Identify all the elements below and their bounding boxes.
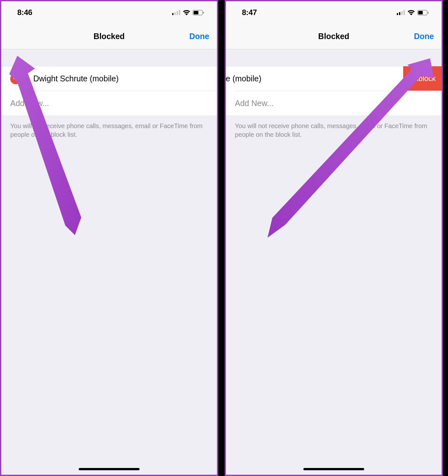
status-icons-group (172, 10, 204, 15)
page-title: Blocked (93, 32, 124, 41)
add-new-label: Add New... (10, 99, 49, 108)
section-spacer (1, 49, 217, 66)
nav-bar: Blocked Done (226, 24, 442, 49)
svg-rect-0 (172, 13, 173, 15)
battery-icon (417, 10, 429, 15)
blocked-list: wight Schrute (mobile) Unblock Add New..… (226, 66, 442, 116)
blocked-list: Dwight Schrute (mobile) Add New... (1, 66, 217, 116)
wifi-icon (407, 10, 415, 15)
blocked-contact-row[interactable]: wight Schrute (mobile) Unblock (226, 66, 442, 91)
status-bar: 8:47 (226, 1, 442, 24)
cellular-icon (397, 10, 405, 15)
svg-rect-11 (404, 10, 405, 15)
nav-bar: Blocked Done (1, 24, 217, 49)
contact-name: wight Schrute (mobile) (225, 74, 261, 83)
home-indicator[interactable] (79, 468, 140, 470)
section-spacer (226, 49, 442, 66)
svg-rect-6 (203, 12, 204, 13)
delete-icon[interactable] (10, 73, 21, 84)
svg-rect-10 (401, 11, 403, 15)
page-title: Blocked (318, 32, 349, 41)
wifi-icon (183, 10, 190, 15)
home-indicator[interactable] (303, 468, 364, 470)
cellular-icon (172, 10, 180, 15)
contact-name: Dwight Schrute (mobile) (33, 74, 119, 83)
svg-rect-2 (177, 11, 178, 15)
status-time: 8:47 (242, 8, 257, 17)
svg-rect-14 (428, 12, 429, 13)
svg-rect-1 (174, 12, 176, 15)
svg-rect-8 (397, 13, 398, 15)
done-button[interactable]: Done (189, 32, 210, 41)
done-button[interactable]: Done (414, 32, 434, 41)
svg-rect-9 (399, 12, 400, 15)
blocked-contact-row[interactable]: Dwight Schrute (mobile) (1, 66, 217, 91)
status-bar: 8:46 (1, 1, 217, 24)
add-new-row[interactable]: Add New... (1, 91, 217, 116)
add-new-row[interactable]: Add New... (226, 91, 442, 116)
phone-right: 8:47 Blocked Done wig (225, 0, 443, 476)
footer-note: You will not receive phone calls, messag… (226, 116, 442, 145)
status-time: 8:46 (17, 8, 32, 17)
footer-note: You will not receive phone calls, messag… (1, 116, 217, 145)
svg-rect-5 (194, 11, 198, 14)
status-icons-group (397, 10, 429, 15)
phone-left: 8:46 Blocked Done (0, 0, 218, 476)
battery-icon (193, 10, 204, 15)
unblock-button[interactable]: Unblock (403, 66, 442, 91)
svg-rect-3 (179, 10, 180, 15)
add-new-label: Add New... (235, 99, 274, 108)
svg-rect-13 (418, 11, 423, 14)
